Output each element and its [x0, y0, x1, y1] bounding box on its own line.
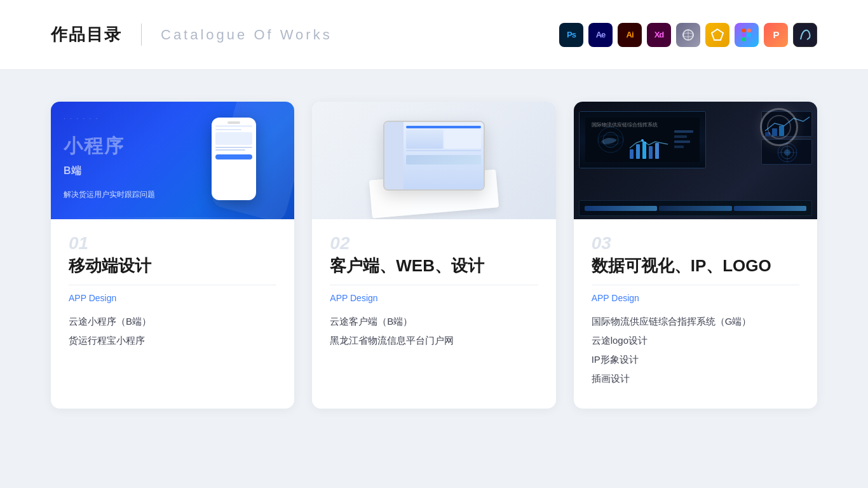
svg-rect-21 [674, 135, 687, 138]
tool-icon-procreate [793, 23, 817, 47]
card-3-title: 数据可视化、IP、LOGO [592, 255, 799, 285]
card-mobile-design[interactable]: · · · · · · 小程序 B端 解决货运用户实时跟踪问题 [51, 102, 294, 409]
card-3-item-2: 云途logo设计 [592, 331, 799, 350]
card-2-item-2: 黑龙江省物流信息平台门户网 [330, 331, 538, 350]
card-2-item-1: 云途客户端（B端） [330, 312, 538, 331]
card-1-img-title: 小程序 [64, 133, 125, 159]
svg-rect-14 [630, 149, 634, 159]
card-data-vis[interactable]: 国际物流供应链综合指挥系统 [574, 102, 817, 409]
cards-grid: · · · · · · 小程序 B端 解决货运用户实时跟踪问题 [51, 102, 817, 409]
svg-rect-16 [642, 142, 646, 159]
card-1-image: · · · · · · 小程序 B端 解决货运用户实时跟踪问题 [51, 102, 294, 219]
card-1-img-sub: 解决货运用户实时跟踪问题 [64, 189, 155, 200]
tool-icon-ae: Ae [588, 23, 613, 47]
card-3-category: APP Design [592, 293, 799, 303]
svg-rect-20 [674, 130, 693, 133]
card-1-content: 01 移动端设计 APP Design 云途小程序（B端） 货运行程宝小程序 [51, 219, 294, 370]
svg-rect-18 [655, 143, 659, 159]
tool-icon-figma [735, 23, 759, 47]
card-3-ceiling-light [760, 108, 798, 146]
tool-icon-sketch [705, 23, 729, 47]
card-2-image [312, 102, 555, 219]
svg-rect-6 [742, 33, 746, 37]
tool-icon-ps: Ps [559, 23, 583, 47]
card-3-item-1: 国际物流供应链综合指挥系统（G端） [592, 312, 799, 331]
card-2-number: 02 [330, 234, 538, 252]
card-2-title: 客户端、WEB、设计 [330, 255, 538, 285]
card-1-phone-mock [212, 118, 256, 200]
tool-icon-pp: P [764, 23, 788, 47]
tool-icon-3d [676, 23, 700, 47]
svg-rect-8 [742, 37, 746, 41]
svg-rect-15 [636, 144, 640, 159]
card-1-item-1: 云途小程序（B端） [69, 312, 276, 331]
card-1-title: 移动端设计 [69, 255, 276, 285]
svg-rect-17 [649, 146, 653, 159]
header-title-cn: 作品目录 [51, 24, 142, 46]
card-1-item-2: 货运行程宝小程序 [69, 331, 276, 350]
tool-icon-xd: Xd [647, 23, 671, 47]
main-content: · · · · · · 小程序 B端 解决货运用户实时跟踪问题 [0, 70, 868, 447]
card-2-tablet [383, 121, 485, 191]
card-3-item-4: 插画设计 [592, 369, 799, 388]
tool-icons-container: Ps Ae Ai Xd P [559, 23, 817, 47]
card-2-content: 02 客户端、WEB、设计 APP Design 云途客户端（B端） 黑龙江省物… [312, 219, 555, 370]
card-1-category: APP Design [69, 293, 276, 303]
page-header: 作品目录 Catalogue Of Works Ps Ae Ai Xd P [0, 0, 868, 70]
card-1-img-dots: · · · · · · [64, 114, 99, 122]
card-3-item-3: IP形象设计 [592, 350, 799, 369]
header-title-en: Catalogue Of Works [142, 27, 559, 43]
svg-text:国际物流供应链综合指挥系统: 国际物流供应链综合指挥系统 [592, 122, 658, 128]
card-web-design[interactable]: 02 客户端、WEB、设计 APP Design 云途客户端（B端） 黑龙江省物… [312, 102, 555, 409]
svg-point-19 [641, 139, 644, 142]
card-3-image: 国际物流供应链综合指挥系统 [574, 102, 817, 219]
card-2-category: APP Design [330, 293, 538, 303]
svg-rect-4 [742, 29, 746, 32]
svg-point-7 [747, 32, 751, 37]
card-3-content: 03 数据可视化、IP、LOGO APP Design 国际物流供应链综合指挥系… [574, 219, 817, 409]
svg-rect-23 [674, 146, 684, 148]
card-3-screen-wall: 国际物流供应链综合指挥系统 [574, 102, 817, 219]
tool-icon-ai: Ai [618, 23, 642, 47]
svg-rect-22 [674, 140, 690, 143]
svg-marker-3 [712, 29, 723, 40]
svg-rect-5 [747, 29, 751, 32]
card-1-number: 01 [69, 234, 276, 252]
card-1-img-badge: B端 [64, 165, 81, 178]
card-3-number: 03 [592, 234, 799, 252]
